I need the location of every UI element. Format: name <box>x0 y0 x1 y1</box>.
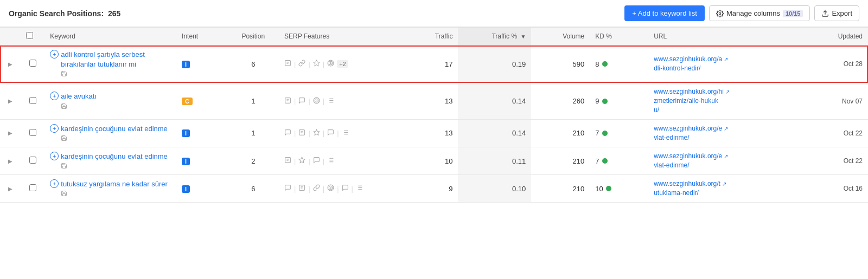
url-link[interactable]: www.sezginhukuk.org/evlat-edinme/ ↗ <box>654 152 804 170</box>
serp-icon-page[interactable] <box>284 97 291 106</box>
col-traffic-header[interactable]: Traffic <box>400 28 458 46</box>
url-cell: www.sezginhukuk.org/adli-kontrol-nedir/ … <box>648 46 809 83</box>
url-link[interactable]: www.sezginhukuk.org/adli-kontrol-nedir/ … <box>654 55 804 73</box>
table-row: ▶ + aile avukatı C 1 ||| 13 0.14 260 9 <box>0 83 868 119</box>
serp-icon-list[interactable] <box>356 184 363 193</box>
keyword-save-icon[interactable] <box>61 135 67 141</box>
serp-icon-star[interactable] <box>313 129 320 138</box>
row-checkbox-cell[interactable] <box>21 119 45 147</box>
serp-icon-comment[interactable] <box>298 97 305 106</box>
keyword-link[interactable]: adli kontrol şartıyla serbest bırakılanl… <box>61 50 171 69</box>
url-link[interactable]: www.sezginhukuk.org/evlat-edinme/ ↗ <box>654 124 804 142</box>
position-cell: 2 <box>228 147 279 174</box>
serp-features-cell: |||+2 <box>279 46 400 83</box>
col-position-header[interactable]: Position <box>228 28 279 46</box>
export-button[interactable]: Export <box>814 5 859 21</box>
svg-point-13 <box>315 99 318 102</box>
serp-icon-page[interactable] <box>284 157 291 165</box>
add-keyword-icon[interactable]: + <box>50 179 59 188</box>
serp-icon-target[interactable] <box>327 60 334 68</box>
serp-separator: | <box>308 185 310 193</box>
serp-icon-list[interactable] <box>342 129 349 138</box>
col-serp-header[interactable]: SERP Features <box>279 28 400 46</box>
keyword-save-icon[interactable] <box>61 190 67 197</box>
serp-separator: | <box>294 129 296 137</box>
serp-icon-target[interactable] <box>313 97 320 106</box>
volume-cell: 590 <box>531 46 590 83</box>
row-checkbox[interactable] <box>29 184 36 191</box>
url-link[interactable]: www.sezginhukuk.org/hizmetlerimiz/aile-h… <box>654 87 804 114</box>
add-keyword-icon[interactable]: + <box>50 124 59 133</box>
keyword-save-icon[interactable] <box>61 163 67 169</box>
serp-separator: | <box>323 60 324 68</box>
row-checkbox-cell[interactable] <box>21 175 45 203</box>
url-link[interactable]: www.sezginhukuk.org/tutuklama-nedir/ ↗ <box>654 179 804 198</box>
svg-point-8 <box>330 63 331 64</box>
col-kd-header[interactable]: KD % <box>590 28 648 46</box>
row-expander[interactable]: ▶ <box>0 147 21 174</box>
export-label: Export <box>832 9 852 17</box>
add-keyword-icon[interactable]: + <box>50 92 59 100</box>
row-checkbox[interactable] <box>29 97 36 104</box>
row-expander[interactable]: ▶ <box>0 83 21 119</box>
serp-icon-list[interactable] <box>327 97 334 106</box>
serp-icon-page[interactable] <box>298 129 305 138</box>
keyword-link[interactable]: kardeşinin çocuğunu evlat edinme <box>61 124 168 134</box>
serp-icon-link[interactable] <box>313 184 320 193</box>
serp-separator: | <box>294 157 296 165</box>
kd-indicator <box>602 61 608 67</box>
serp-icon-comment[interactable] <box>284 129 291 138</box>
row-checkbox-cell[interactable] <box>21 83 45 119</box>
row-checkbox[interactable] <box>29 129 36 136</box>
col-url-header[interactable]: URL <box>648 28 809 46</box>
serp-icon-page[interactable] <box>284 60 291 68</box>
row-expander[interactable]: ▶ <box>0 119 21 147</box>
volume-cell: 210 <box>531 147 590 174</box>
col-updated-header[interactable]: Updated <box>809 28 868 46</box>
traffic-cell: 13 <box>400 83 458 119</box>
svg-point-14 <box>316 100 317 101</box>
serp-icon-comment2[interactable] <box>342 184 349 193</box>
col-intent-header[interactable]: Intent <box>176 28 227 46</box>
url-cell: www.sezginhukuk.org/evlat-edinme/ ↗ <box>648 147 809 174</box>
col-traffic-pct-header[interactable]: Traffic % ▼ <box>458 28 531 46</box>
serp-icon-star[interactable] <box>298 157 305 165</box>
row-expander[interactable]: ▶ <box>0 175 21 203</box>
kd-cell: 9 <box>590 83 648 119</box>
row-expander[interactable]: ▶ <box>0 46 21 83</box>
col-volume-header[interactable]: Volume <box>531 28 590 46</box>
keyword-link[interactable]: tutuksuz yargılama ne kadar sürer <box>61 179 168 189</box>
serp-icon-comment[interactable] <box>313 157 320 165</box>
kd-indicator <box>602 131 608 136</box>
serp-icon-list[interactable] <box>327 157 334 165</box>
keyword-link[interactable]: aile avukatı <box>61 92 97 101</box>
add-to-keyword-list-button[interactable]: + Add to keyword list <box>624 5 705 21</box>
position-cell: 6 <box>228 175 279 203</box>
row-checkbox-cell[interactable] <box>21 46 45 83</box>
serp-icon-star[interactable] <box>313 60 320 68</box>
volume-cell: 260 <box>531 83 590 119</box>
row-checkbox[interactable] <box>29 60 36 67</box>
keyword-link[interactable]: kardeşinin çocuğunu evlat edinme <box>61 152 168 161</box>
col-keyword-header[interactable]: Keyword <box>44 28 176 46</box>
keyword-save-icon[interactable] <box>61 70 67 77</box>
row-checkbox-cell[interactable] <box>21 147 45 174</box>
traffic-pct-cell: 0.14 <box>458 83 531 119</box>
row-checkbox[interactable] <box>29 157 36 164</box>
serp-icon-target[interactable] <box>327 184 334 193</box>
add-keyword-icon[interactable]: + <box>50 50 59 59</box>
col-check-header[interactable] <box>21 28 45 46</box>
add-keyword-icon[interactable]: + <box>50 152 59 160</box>
kd-cell: 7 <box>590 119 648 147</box>
serp-icon-page[interactable] <box>298 184 305 193</box>
serp-features-cell: ||||| <box>279 175 400 203</box>
serp-separator: | <box>323 185 324 193</box>
manage-columns-button[interactable]: Manage columns 10/15 <box>709 5 810 21</box>
serp-icon-comment[interactable] <box>284 184 291 193</box>
position-cell: 1 <box>228 83 279 119</box>
keyword-save-icon[interactable] <box>61 103 67 109</box>
serp-separator: | <box>308 157 310 165</box>
serp-icon-link[interactable] <box>298 60 305 68</box>
select-all-checkbox[interactable] <box>26 32 33 39</box>
serp-icon-comment2[interactable] <box>327 129 334 138</box>
